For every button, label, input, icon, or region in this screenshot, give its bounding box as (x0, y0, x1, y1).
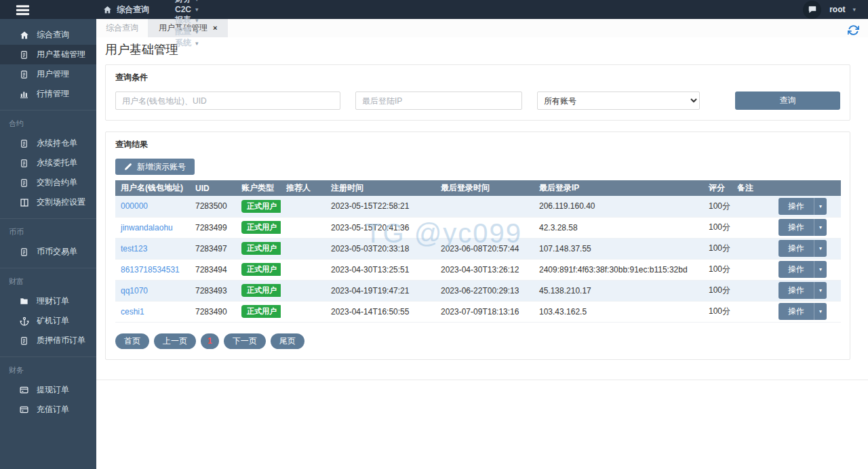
chevron-down-icon: ▾ (195, 0, 199, 3)
page-button[interactable]: 首页 (115, 333, 149, 349)
row-action-button[interactable]: 操作 (778, 240, 814, 257)
username-link[interactable]: jinwandalaohu (121, 223, 173, 232)
cell-reg-time: 2023-05-03T20:33:18 (326, 238, 435, 259)
chat-icon[interactable] (803, 1, 821, 19)
sidebar-item-label: 提现订单 (37, 384, 69, 396)
cell-username: qq1070 (115, 280, 190, 301)
cell-reg-time: 2023-05-15T20:41:36 (326, 217, 435, 238)
account-type-badge: 正式用户 (241, 305, 281, 318)
username-uid-input[interactable] (115, 91, 340, 110)
cell-score: 100分 (703, 217, 732, 238)
row-action-caret[interactable]: ▾ (814, 240, 827, 257)
nav-menu-bar: 综合查询 业务▾用户▾财务▾C2C▾报表▾配置▾系统▾ (94, 0, 215, 19)
sidebar-item-0-3[interactable]: 行情管理 (0, 84, 96, 104)
cell-note (732, 238, 764, 259)
column-header: 注册时间 (326, 180, 435, 196)
row-action-group: 操作▾ (778, 240, 827, 257)
cell-referrer (281, 280, 326, 301)
nav-item-label: 综合查询 (117, 4, 149, 16)
page-button[interactable]: 下一页 (224, 333, 266, 349)
row-action-button[interactable]: 操作 (778, 198, 814, 215)
chevron-down-icon: ▾ (819, 224, 822, 230)
nav-item-home[interactable]: 综合查询 (94, 0, 159, 19)
sidebar-item-1-0[interactable]: 永续持仓单 (0, 134, 96, 153)
sidebar-item-1-1[interactable]: 永续委托单 (0, 153, 96, 173)
cell-username: jinwandalaohu (115, 217, 190, 238)
row-action-caret[interactable]: ▾ (814, 303, 827, 320)
sidebar-item-label: 质押借币订单 (37, 335, 85, 346)
row-action-caret[interactable]: ▾ (814, 219, 827, 236)
sidebar-item-0-0[interactable]: 综合查询 (0, 25, 96, 45)
sidebar-item-0-1-active[interactable]: 用户基础管理 (0, 45, 96, 64)
cell-last-login-time: 2023-06-08T20:57:44 (435, 238, 534, 259)
nav-menu-2[interactable]: 财务▾ (159, 0, 215, 5)
username-link[interactable]: ceshi1 (121, 307, 144, 317)
row-action-caret[interactable]: ▾ (814, 261, 827, 278)
nav-menu-5[interactable]: 配置▾ (159, 26, 215, 37)
cell-actions: 操作▾ (764, 280, 841, 301)
row-action-button[interactable]: 操作 (778, 282, 814, 299)
card-icon (19, 405, 29, 414)
sidebar-item-2-0[interactable]: 币币交易单 (0, 242, 96, 262)
row-action-caret[interactable]: ▾ (814, 198, 827, 215)
file-icon (19, 336, 29, 346)
cell-uid: 7283500 (190, 196, 236, 217)
nav-menu-4[interactable]: 报表▾ (159, 14, 215, 26)
tab-overview[interactable]: 综合查询 (96, 19, 148, 37)
folder-icon (19, 297, 29, 306)
sidebar-group-label: 财务 (0, 359, 96, 380)
username-link[interactable]: 000000 (121, 201, 148, 211)
chevron-down-icon: ▾ (195, 17, 199, 24)
username-link[interactable]: test123 (121, 244, 147, 253)
sidebar-item-label: 永续持仓单 (37, 138, 77, 149)
row-action-caret[interactable]: ▾ (814, 282, 827, 299)
sidebar-item-1-2[interactable]: 交割合约单 (0, 173, 96, 192)
last-login-ip-input[interactable] (355, 91, 522, 110)
file-icon (19, 50, 29, 60)
home-icon (103, 5, 112, 14)
row-action-button[interactable]: 操作 (778, 219, 814, 236)
nav-menu-6[interactable]: 系统▾ (159, 37, 215, 49)
sidebar-item-3-1[interactable]: 矿机订单 (0, 311, 96, 331)
sidebar-item-3-2[interactable]: 质押借币订单 (0, 331, 96, 350)
column-header: 最后登录时间 (435, 180, 534, 196)
refresh-icon[interactable] (848, 24, 859, 38)
row-action-button[interactable]: 操作 (778, 261, 814, 278)
user-menu[interactable]: root ▾ (829, 5, 856, 14)
table-row: jinwandalaohu7283499正式用户2023-05-15T20:41… (115, 217, 841, 238)
sidebar-item-0-2[interactable]: 用户管理 (0, 64, 96, 84)
account-type-select[interactable]: 所有账号 (537, 91, 700, 110)
cell-actions: 操作▾ (764, 301, 841, 322)
search-button[interactable]: 查询 (735, 91, 840, 110)
cell-type: 正式用户 (236, 301, 281, 322)
chevron-down-icon: ▾ (819, 287, 822, 293)
add-demo-account-button[interactable]: 新增演示账号 (115, 159, 195, 175)
sidebar-item-label: 永续委托单 (37, 157, 77, 169)
hamburger-menu-icon[interactable] (9, 0, 35, 19)
column-header: 账户类型 (236, 180, 281, 196)
cell-username: ceshi1 (115, 301, 190, 322)
sidebar-group-2: 币币币币交易单 (0, 218, 96, 268)
nav-menu-3[interactable]: C2C▾ (159, 5, 215, 14)
row-action-button[interactable]: 操作 (778, 303, 814, 320)
chevron-down-icon: ▾ (819, 245, 822, 251)
cell-actions: 操作▾ (764, 238, 841, 259)
page-button[interactable]: 上一页 (154, 333, 196, 349)
page-button-current[interactable]: 1 (201, 333, 219, 349)
page-title: 用户基础管理 (105, 41, 850, 58)
cell-username: 000000 (115, 196, 190, 217)
column-header: 备注 (732, 180, 764, 196)
sidebar-item-4-0[interactable]: 提现订单 (0, 380, 96, 400)
page-button[interactable]: 尾页 (271, 333, 304, 349)
row-action-group: 操作▾ (778, 261, 827, 278)
cell-actions: 操作▾ (764, 217, 841, 238)
sidebar-group-3: 财富理财订单矿机订单质押借币订单 (0, 268, 96, 356)
sidebar-item-1-3[interactable]: 交割场控设置 (0, 192, 96, 212)
columns-icon (19, 198, 29, 207)
cell-last-login-ip: 107.148.37.55 (534, 238, 703, 259)
sidebar-item-4-1[interactable]: 充值订单 (0, 400, 96, 420)
sidebar-item-3-0[interactable]: 理财订单 (0, 291, 96, 311)
username-link[interactable]: qq1070 (121, 286, 148, 295)
username-link[interactable]: 8613718534531 (121, 265, 180, 274)
table-row: 0000007283500正式用户2023-05-15T22:58:21206.… (115, 196, 841, 217)
